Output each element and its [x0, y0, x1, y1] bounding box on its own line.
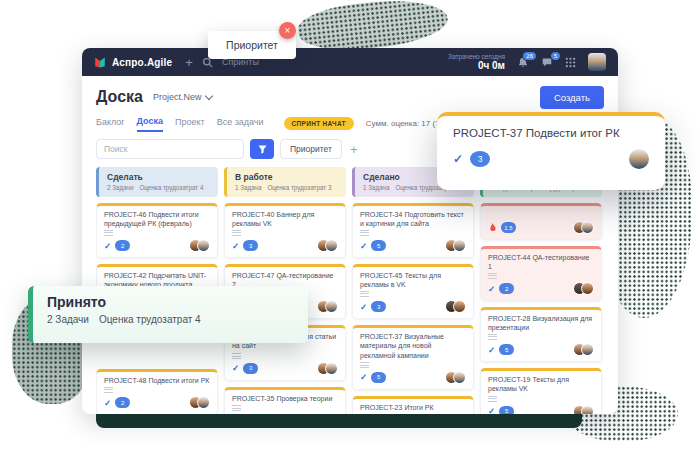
estimate-badge: 3: [470, 151, 490, 167]
user-avatar[interactable]: [588, 53, 606, 71]
task-id: PROJECT-42: [104, 272, 146, 279]
project-name: Project.New: [153, 92, 202, 102]
description-icon: [488, 396, 497, 402]
apps-grid-icon[interactable]: [565, 57, 576, 68]
task-id: PROJECT-37: [360, 333, 402, 340]
estimate-badge: 5: [499, 344, 514, 355]
done-check-icon: ✓: [360, 241, 367, 251]
estimate-badge: 3: [243, 363, 258, 374]
done-check-icon: ✓: [104, 398, 111, 408]
task-id: PROJECT-40: [232, 211, 274, 218]
app-logo[interactable]: Аспро.Agile: [94, 56, 172, 68]
description-icon: [232, 405, 241, 411]
avatar: [453, 371, 466, 384]
tooltip-close-button[interactable]: ×: [279, 22, 296, 39]
estimate-badge: 2: [115, 240, 130, 251]
tab-board[interactable]: Доска: [137, 116, 163, 132]
aspro-logo-icon: [94, 56, 106, 68]
avatar: [453, 239, 466, 252]
description-icon: [104, 230, 113, 236]
task-id: PROJECT-44: [488, 254, 530, 261]
priority-filter-chip[interactable]: Приоритет: [280, 139, 342, 159]
chevron-down-icon: [205, 91, 213, 99]
done-check-icon: ✓: [488, 284, 495, 294]
tab-backlog[interactable]: Баклог: [96, 117, 125, 131]
task-title: Итоги РК: [404, 404, 433, 411]
done-check-icon: ✓: [232, 241, 239, 251]
description-icon: [488, 334, 497, 340]
app-name: Аспро.Agile: [112, 57, 172, 68]
urgent-flame-icon: [488, 222, 497, 233]
tab-project[interactable]: Проект: [175, 117, 205, 131]
task-card[interactable]: PROJECT-35Проверка теории ✓3: [224, 387, 346, 414]
avatar: [581, 405, 594, 414]
accepted-column-overlay: Принято 2 Задачи Оценка трудозатрат 4: [28, 286, 308, 343]
description-icon: [232, 230, 241, 236]
task-card[interactable]: PROJECT-28Визуализация для презентации ✓…: [480, 307, 602, 362]
avatar: [629, 149, 649, 169]
task-title: Подвести итоги РК: [148, 377, 209, 384]
done-check-icon: ✓: [360, 302, 367, 312]
top-navbar: Аспро.Agile + Спринты Затрачено сегодня …: [82, 48, 618, 76]
task-card[interactable]: PROJECT-34Подготовить текст и картинки д…: [352, 203, 474, 258]
avatar: [581, 282, 594, 295]
avatar: [453, 300, 466, 313]
estimate-badge: 5: [371, 372, 386, 383]
add-icon[interactable]: +: [185, 56, 193, 69]
task-id: PROJECT-34: [360, 211, 402, 218]
task-card[interactable]: PROJECT-37Визуальные материалы для новой…: [352, 325, 474, 389]
task-id: PROJECT-46: [104, 211, 146, 218]
filter-button[interactable]: [250, 139, 274, 159]
column-estimate: Оценка трудозатрат 3: [267, 184, 331, 191]
popup-task-title: PROJECT-37 Подвести итог РК: [453, 127, 649, 139]
time-spent-value: 0ч 0м: [448, 60, 505, 72]
estimate-badge: 2: [115, 397, 130, 408]
avatar: [197, 396, 210, 409]
column-task-count: 1 Задача: [363, 184, 389, 191]
description-icon: [232, 353, 241, 359]
column-title: В работе: [235, 172, 338, 182]
sprint-status-badge: СПРИНТ НАЧАТ: [284, 117, 354, 130]
create-button[interactable]: Создать: [540, 86, 604, 109]
task-id: PROJECT-28: [488, 315, 530, 322]
task-card[interactable]: PROJECT-40Баннер для рекламы VK ✓3: [224, 203, 346, 258]
task-card[interactable]: PROJECT-23Итоги РК ✓5: [352, 396, 474, 414]
task-title: Проверка теории: [276, 395, 332, 402]
time-spent: Затрачено сегодня 0ч 0м: [448, 53, 505, 72]
done-check-icon: ✓: [104, 241, 111, 251]
estimate-badge: 5: [499, 406, 514, 414]
notifications-button[interactable]: 26: [517, 56, 529, 69]
task-card-popup[interactable]: PROJECT-37 Подвести итог РК ✓ 3: [437, 112, 665, 190]
task-card[interactable]: PROJECT-46Подвести итоги предыдущей РК (…: [96, 203, 218, 258]
estimate-badge: 1.5: [501, 222, 516, 233]
tab-all-tasks[interactable]: Все задачи: [217, 117, 264, 131]
estimate-badge: 2: [499, 283, 514, 294]
done-check-icon: ✓: [232, 363, 239, 373]
task-card[interactable]: 1.5: [480, 203, 602, 240]
task-card[interactable]: PROJECT-45Тексты для рекламы в VK ✓3: [352, 264, 474, 319]
column-header: В работе 1 ЗадачаОценка трудозатрат 3: [224, 167, 346, 197]
accepted-task-count: 2 Задачи: [47, 314, 89, 325]
add-filter-button[interactable]: +: [350, 142, 358, 157]
close-icon: ×: [285, 25, 291, 36]
avatar: [325, 362, 338, 375]
done-check-icon: ✓: [488, 345, 495, 355]
time-spent-caption: Затрачено сегодня: [448, 53, 505, 60]
task-card[interactable]: PROJECT-48Подвести итоги РК ✓2: [96, 369, 218, 414]
task-card[interactable]: PROJECT-19Тексты для рекламы VK ✓5: [480, 368, 602, 414]
project-selector[interactable]: Project.New: [153, 92, 213, 102]
description-icon: [104, 387, 113, 393]
avatar: [325, 239, 338, 252]
search-input[interactable]: [96, 139, 244, 159]
column-task-count: 2 Задачи: [107, 184, 133, 191]
done-check-icon: ✓: [488, 406, 495, 414]
messages-button[interactable]: 5: [541, 56, 553, 68]
task-id: PROJECT-19: [488, 376, 530, 383]
task-id: PROJECT-45: [360, 272, 402, 279]
task-id: PROJECT-35: [232, 395, 274, 402]
task-card[interactable]: PROJECT-44QA-тестирование 1 ✓2: [480, 246, 602, 301]
avatar: [325, 300, 338, 313]
done-check-icon: ✓: [360, 372, 367, 382]
column-header: Сделать 2 ЗадачиОценка трудозатрат 4: [96, 167, 218, 197]
description-icon: [488, 273, 497, 279]
